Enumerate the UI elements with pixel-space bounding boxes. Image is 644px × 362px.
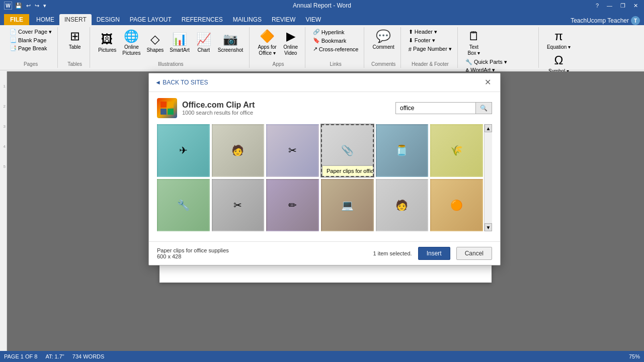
scroll-down-btn[interactable]: ▼ [485, 223, 492, 231]
image-cell-5[interactable]: 🫙 [376, 124, 429, 177]
img-10-placeholder: 💻 [322, 180, 373, 231]
search-area: 🔍 [395, 102, 492, 114]
img-3-placeholder: ✂ [267, 125, 318, 176]
image-cell-12[interactable]: 🟠 [430, 179, 483, 232]
page-info: PAGE 1 OF 8 [4, 353, 37, 359]
svg-rect-1 [168, 102, 174, 108]
img-9-placeholder: ✏ [267, 180, 318, 231]
zoom-level: 75% [629, 353, 640, 359]
dialog-footer: Paper clips for office supplies 600 x 42… [149, 241, 500, 265]
clipart-dialog: ◄ BACK TO SITES ✕ Office [148, 73, 501, 265]
at-info: AT: 1.7" [45, 353, 64, 359]
footer-info: Paper clips for office supplies 600 x 42… [157, 247, 229, 259]
image-cell-2[interactable]: 🧑 [212, 124, 265, 177]
insert-button[interactable]: Insert [418, 247, 450, 260]
office-logo [157, 98, 177, 118]
img-7-placeholder: 🔧 [158, 180, 209, 231]
clipart-subtitle: 1000 search results for office [182, 110, 255, 116]
img-8-placeholder: ✂ [213, 180, 264, 231]
img-12-placeholder: 🟠 [431, 180, 482, 231]
cancel-button[interactable]: Cancel [456, 247, 492, 260]
image-cell-1[interactable]: ✈ [157, 124, 210, 177]
footer-actions: 1 item selected. Insert Cancel [373, 247, 492, 260]
img-6-placeholder: 🌾 [431, 125, 482, 176]
clipart-header: Office.com Clip Art 1000 search results … [157, 98, 492, 118]
image-cell-10[interactable]: 💻 [321, 179, 374, 232]
image-scroll-area: ✈ 🧑 ✂ 📎 Paper clips for office supplies [157, 124, 492, 231]
dialog-header: ◄ BACK TO SITES ✕ [149, 73, 500, 92]
image-scrollbar[interactable]: ▲ ▼ [484, 124, 492, 231]
img-5-placeholder: 🫙 [377, 125, 428, 176]
dialog-overlay: ◄ BACK TO SITES ✕ Office [0, 0, 644, 362]
image-cell-11[interactable]: 🧑 [376, 179, 429, 232]
img-11-placeholder: 🧑 [377, 180, 428, 231]
image-grid: ✈ 🧑 ✂ 📎 Paper clips for office supplies [157, 124, 483, 231]
scroll-up-btn[interactable]: ▲ [485, 124, 492, 132]
selected-count: 1 item selected. [373, 250, 412, 256]
image-cell-3[interactable]: ✂ [266, 124, 319, 177]
dialog-close-btn[interactable]: ✕ [481, 77, 494, 87]
search-input[interactable] [395, 102, 476, 114]
image-cell-4[interactable]: 📎 Paper clips for office supplies [321, 124, 374, 177]
item-dimensions: 600 x 428 [157, 253, 229, 259]
selected-tooltip: Paper clips for office supplies [322, 165, 374, 176]
image-cell-8[interactable]: ✂ [212, 179, 265, 232]
dialog-body: Office.com Clip Art 1000 search results … [149, 92, 500, 241]
clipart-title: Office.com Clip Art [182, 101, 255, 110]
svg-rect-0 [160, 102, 167, 108]
svg-rect-2 [160, 109, 167, 115]
image-cell-6[interactable]: 🌾 [430, 124, 483, 177]
image-cell-7[interactable]: 🔧 [157, 179, 210, 232]
status-bar: PAGE 1 OF 8 AT: 1.7" 734 WORDS 75% [0, 351, 644, 362]
image-cell-9[interactable]: ✏ [266, 179, 319, 232]
word-count: 734 WORDS [72, 353, 105, 359]
item-name: Paper clips for office supplies [157, 247, 229, 253]
scroll-track [485, 132, 492, 223]
status-right: 75% [629, 353, 640, 359]
img-2-placeholder: 🧑 [213, 125, 264, 176]
img-1-placeholder: ✈ [158, 125, 209, 176]
svg-rect-3 [168, 109, 174, 115]
search-btn[interactable]: 🔍 [476, 102, 492, 114]
back-to-sites-link[interactable]: ◄ BACK TO SITES [155, 79, 208, 86]
